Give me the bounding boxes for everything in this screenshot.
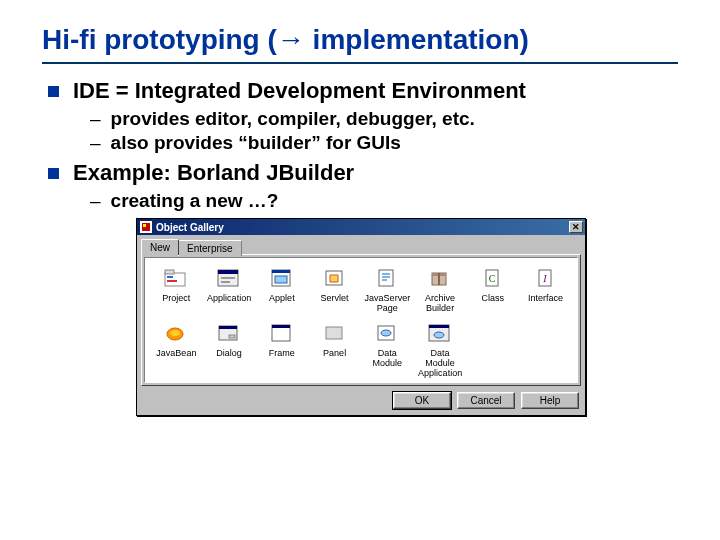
svg-rect-12 (275, 276, 287, 283)
item-class[interactable]: C Class (468, 264, 519, 315)
svg-rect-33 (429, 325, 449, 328)
servlet-icon (321, 266, 349, 290)
panel-icon (321, 321, 349, 345)
item-datamoduleapp-label: Data Module Application (415, 348, 466, 378)
item-applet-label: Applet (269, 293, 295, 303)
svg-rect-29 (326, 327, 342, 339)
item-interface[interactable]: I Interface (520, 264, 571, 315)
tabs: New Enterprise (137, 235, 585, 254)
item-servlet[interactable]: Servlet (309, 264, 360, 315)
item-class-label: Class (482, 293, 505, 303)
item-frame[interactable]: Frame (257, 319, 308, 380)
svg-point-34 (434, 332, 444, 338)
svg-rect-3 (165, 270, 174, 274)
archive-icon (426, 266, 454, 290)
item-project-label: Project (162, 293, 190, 303)
item-interface-label: Interface (528, 293, 563, 303)
empty-slot (468, 319, 519, 380)
bullet-ide: IDE = Integrated Development Environment (48, 78, 678, 104)
square-bullet-icon (48, 86, 59, 97)
item-project[interactable]: Project (151, 264, 202, 315)
bullet-ide-sub2: – also provides “builder” for GUIs (90, 132, 678, 154)
item-dialog[interactable]: Dialog (204, 319, 255, 380)
class-icon: C (479, 266, 507, 290)
bullet-example-sub1: – creating a new …? (90, 190, 678, 212)
svg-text:C: C (489, 273, 496, 284)
item-jsp-label: JavaServer Page (362, 293, 413, 313)
dialog-item-icon (215, 321, 243, 345)
bullet-example-sub1-text: creating a new …? (111, 190, 279, 212)
svg-text:I: I (542, 273, 547, 284)
help-button[interactable]: Help (521, 392, 579, 409)
svg-rect-14 (379, 270, 393, 286)
item-panel-label: Panel (323, 348, 346, 358)
svg-rect-4 (167, 276, 173, 278)
javabean-icon (162, 321, 190, 345)
ok-button[interactable]: OK (393, 392, 451, 409)
item-dialog-label: Dialog (216, 348, 242, 358)
bullet-example: Example: Borland JBuilder (48, 160, 678, 186)
cancel-button[interactable]: Cancel (457, 392, 515, 409)
gallery-inner: Project Application Applet (144, 257, 578, 383)
svg-rect-5 (167, 280, 177, 282)
item-datamodule-label: Data Module (362, 348, 413, 368)
bullet-ide-text: IDE = Integrated Development Environment (73, 78, 526, 104)
bullet-ide-sub1: – provides editor, compiler, debugger, e… (90, 108, 678, 130)
app-icon (140, 221, 152, 233)
tab-enterprise[interactable]: Enterprise (178, 240, 242, 256)
svg-point-23 (170, 330, 180, 336)
applet-icon (268, 266, 296, 290)
item-jsp[interactable]: JavaServer Page (362, 264, 413, 315)
item-application[interactable]: Application (204, 264, 255, 315)
svg-rect-28 (272, 325, 290, 328)
close-icon[interactable]: ✕ (569, 221, 583, 233)
object-gallery-dialog: Object Gallery ✕ New Enterprise Project (136, 218, 586, 416)
dialog-title: Object Gallery (156, 222, 569, 233)
item-applet[interactable]: Applet (257, 264, 308, 315)
application-icon (215, 266, 243, 290)
dash-icon: – (90, 108, 101, 130)
dialog-buttons: OK Cancel Help (137, 386, 585, 415)
empty-slot (520, 319, 571, 380)
dialog-titlebar: Object Gallery ✕ (137, 219, 585, 235)
svg-rect-9 (221, 281, 230, 283)
svg-rect-26 (229, 335, 235, 338)
svg-rect-8 (221, 277, 235, 279)
icon-grid: Project Application Applet (151, 264, 571, 380)
dash-icon: – (90, 132, 101, 154)
item-javabean-label: JavaBean (156, 348, 196, 358)
bullet-ide-sub2-text: also provides “builder” for GUIs (111, 132, 401, 154)
item-application-label: Application (207, 293, 251, 303)
slide-title: Hi-fi prototyping (→ implementation) (42, 24, 678, 56)
svg-rect-17 (438, 273, 440, 285)
svg-rect-11 (272, 270, 290, 273)
bullet-example-text: Example: Borland JBuilder (73, 160, 354, 186)
tab-new[interactable]: New (141, 239, 179, 255)
interface-icon: I (532, 266, 560, 290)
svg-rect-7 (218, 270, 238, 274)
item-archive[interactable]: Archive Builder (415, 264, 466, 315)
svg-rect-2 (165, 273, 185, 286)
square-bullet-icon (48, 168, 59, 179)
item-javabean[interactable]: JavaBean (151, 319, 202, 380)
item-datamodule[interactable]: Data Module (362, 319, 413, 380)
item-panel[interactable]: Panel (309, 319, 360, 380)
svg-rect-25 (219, 326, 237, 329)
item-servlet-label: Servlet (321, 293, 349, 303)
dash-icon: – (90, 190, 101, 212)
gallery-panel: Project Application Applet (141, 254, 581, 386)
datamoduleapp-icon (426, 321, 454, 345)
item-archive-label: Archive Builder (415, 293, 466, 313)
bullet-ide-sub1-text: provides editor, compiler, debugger, etc… (111, 108, 475, 130)
title-divider (42, 62, 678, 64)
datamodule-icon (373, 321, 401, 345)
project-icon (162, 266, 190, 290)
frame-icon (268, 321, 296, 345)
svg-point-31 (381, 330, 391, 336)
jsp-icon (373, 266, 401, 290)
item-datamoduleapp[interactable]: Data Module Application (415, 319, 466, 380)
slide: Hi-fi prototyping (→ implementation) IDE… (0, 0, 720, 436)
svg-rect-1 (143, 224, 146, 227)
item-frame-label: Frame (269, 348, 295, 358)
